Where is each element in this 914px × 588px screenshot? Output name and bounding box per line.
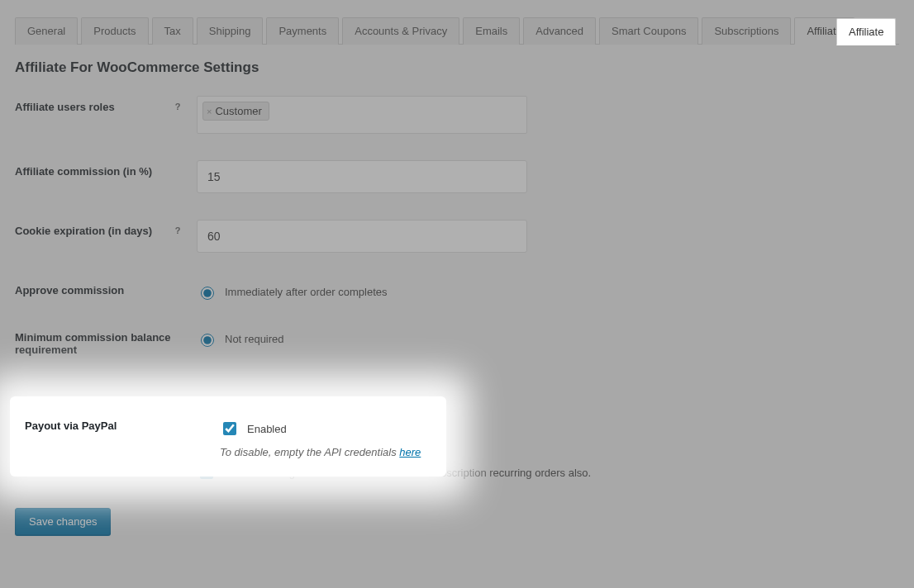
min-balance-option-label: Not required [225,333,284,345]
min-balance-radio-not-required[interactable] [201,334,214,347]
tab-shipping[interactable]: Shipping [197,17,264,45]
tab-general[interactable]: General [15,17,78,45]
row-cookie: Cookie expiration (in days) ? [15,220,899,253]
paypal-enabled-checkbox[interactable] [223,422,236,435]
help-icon[interactable]: ? [172,101,183,112]
label-commission: Affiliate commission (in %) [15,160,197,178]
paypal-hint: To disable, empty the API credentials he… [220,446,421,458]
tab-tax[interactable]: Tax [152,17,193,45]
cookie-input[interactable] [197,220,527,253]
remove-chip-icon[interactable]: × [207,107,212,116]
tab-emails[interactable]: Emails [463,17,520,45]
tab-accounts-privacy[interactable]: Accounts & Privacy [342,17,459,45]
page-title: Affiliate For WooCommerce Settings [15,59,899,76]
tab-smart-coupons[interactable]: Smart Coupons [599,17,698,45]
label-affiliate-roles: Affiliate users roles ? [15,96,197,113]
row-approve: Approve commission Immediately after ord… [15,279,899,300]
commission-input[interactable] [197,160,527,193]
paypal-highlight: Payout via PayPal Enabled To disable, em… [10,396,446,477]
affiliate-roles-input[interactable]: × Customer [197,96,527,134]
tab-affiliate-active[interactable]: Affiliate [836,18,896,45]
approve-radio-immediate[interactable] [201,287,214,300]
label-paypal: Payout via PayPal [25,415,220,432]
row-commission: Affiliate commission (in %) [15,160,899,193]
tab-products[interactable]: Products [81,17,148,45]
role-chip-customer[interactable]: × Customer [202,102,269,121]
help-icon[interactable]: ? [172,225,183,236]
label-cookie: Cookie expiration (in days) ? [15,220,197,237]
label-approve: Approve commission [15,279,197,296]
tab-payments[interactable]: Payments [266,17,339,45]
paypal-option-label: Enabled [247,423,287,435]
tab-advanced[interactable]: Advanced [523,17,596,45]
save-button[interactable]: Save changes [15,508,111,535]
tab-subscriptions[interactable]: Subscriptions [702,17,791,45]
row-paypal: Payout via PayPal Enabled To disable, em… [25,415,431,458]
settings-tabs: General Products Tax Shipping Payments A… [15,0,899,45]
row-min-balance: Minimum commission balance requirement N… [15,326,899,356]
approve-option-label: Immediately after order completes [225,286,388,298]
label-min-balance: Minimum commission balance requirement [15,326,197,356]
paypal-credentials-link[interactable]: here [399,446,421,458]
row-affiliate-roles: Affiliate users roles ? × Customer [15,96,899,134]
